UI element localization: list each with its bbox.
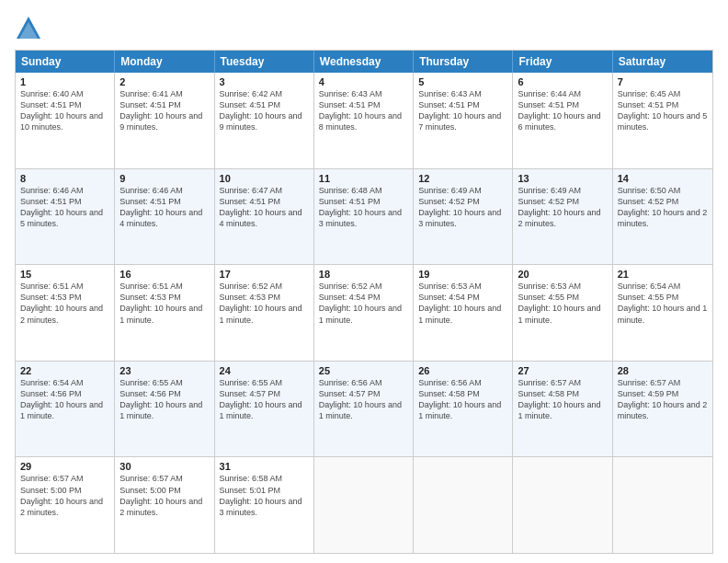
cell-info: Sunrise: 6:52 AMSunset: 4:54 PMDaylight:…	[319, 281, 408, 326]
empty-cell	[414, 457, 513, 553]
day-cell-6: 6Sunrise: 6:44 AMSunset: 4:51 PMDaylight…	[513, 73, 612, 168]
cell-info: Sunrise: 6:54 AMSunset: 4:55 PMDaylight:…	[618, 281, 708, 326]
day-cell-30: 30Sunrise: 6:57 AMSunset: 5:00 PMDayligh…	[115, 457, 214, 553]
day-cell-21: 21Sunrise: 6:54 AMSunset: 4:55 PMDayligh…	[613, 265, 712, 361]
header	[15, 15, 713, 42]
cell-info: Sunrise: 6:58 AMSunset: 5:01 PMDaylight:…	[220, 473, 309, 518]
day-cell-27: 27Sunrise: 6:57 AMSunset: 4:58 PMDayligh…	[513, 362, 612, 457]
cell-info: Sunrise: 6:57 AMSunset: 5:00 PMDaylight:…	[119, 473, 209, 518]
day-cell-2: 2Sunrise: 6:41 AMSunset: 4:51 PMDaylight…	[115, 73, 214, 168]
cell-info: Sunrise: 6:43 AMSunset: 4:51 PMDaylight:…	[319, 88, 408, 133]
day-cell-4: 4Sunrise: 6:43 AMSunset: 4:51 PMDaylight…	[314, 73, 414, 168]
cell-info: Sunrise: 6:56 AMSunset: 4:58 PMDaylight:…	[418, 377, 507, 422]
cell-info: Sunrise: 6:57 AMSunset: 5:00 PMDaylight:…	[20, 473, 109, 518]
empty-cell	[613, 457, 712, 553]
day-number: 28	[618, 365, 708, 376]
day-cell-20: 20Sunrise: 6:53 AMSunset: 4:55 PMDayligh…	[513, 265, 612, 361]
cell-info: Sunrise: 6:54 AMSunset: 4:56 PMDaylight:…	[20, 377, 109, 422]
day-number: 6	[518, 76, 607, 87]
day-cell-8: 8Sunrise: 6:46 AMSunset: 4:51 PMDaylight…	[16, 169, 115, 265]
day-cell-28: 28Sunrise: 6:57 AMSunset: 4:59 PMDayligh…	[613, 362, 712, 457]
logo-icon	[15, 15, 42, 42]
cell-info: Sunrise: 6:48 AMSunset: 4:51 PMDaylight:…	[319, 185, 408, 230]
cell-info: Sunrise: 6:53 AMSunset: 4:54 PMDaylight:…	[418, 281, 507, 326]
calendar-row-5: 29Sunrise: 6:57 AMSunset: 5:00 PMDayligh…	[16, 456, 712, 553]
cell-info: Sunrise: 6:45 AMSunset: 4:51 PMDaylight:…	[618, 88, 708, 133]
calendar-row-3: 15Sunrise: 6:51 AMSunset: 4:53 PMDayligh…	[16, 264, 712, 361]
day-cell-24: 24Sunrise: 6:55 AMSunset: 4:57 PMDayligh…	[215, 362, 314, 457]
header-day-friday: Friday	[513, 51, 612, 73]
cell-info: Sunrise: 6:57 AMSunset: 4:58 PMDaylight:…	[518, 377, 607, 422]
day-number: 17	[220, 269, 309, 280]
day-number: 13	[518, 173, 607, 184]
day-cell-9: 9Sunrise: 6:46 AMSunset: 4:51 PMDaylight…	[115, 169, 214, 265]
day-cell-19: 19Sunrise: 6:53 AMSunset: 4:54 PMDayligh…	[414, 265, 513, 361]
header-day-saturday: Saturday	[613, 51, 712, 73]
day-cell-29: 29Sunrise: 6:57 AMSunset: 5:00 PMDayligh…	[16, 457, 115, 553]
day-cell-3: 3Sunrise: 6:42 AMSunset: 4:51 PMDaylight…	[215, 73, 314, 168]
day-number: 29	[20, 461, 109, 472]
calendar: SundayMondayTuesdayWednesdayThursdayFrid…	[15, 50, 713, 554]
day-cell-13: 13Sunrise: 6:49 AMSunset: 4:52 PMDayligh…	[513, 169, 612, 265]
day-cell-23: 23Sunrise: 6:55 AMSunset: 4:56 PMDayligh…	[115, 362, 214, 457]
cell-info: Sunrise: 6:43 AMSunset: 4:51 PMDaylight:…	[418, 88, 507, 133]
day-cell-17: 17Sunrise: 6:52 AMSunset: 4:53 PMDayligh…	[215, 265, 314, 361]
day-cell-26: 26Sunrise: 6:56 AMSunset: 4:58 PMDayligh…	[414, 362, 513, 457]
day-cell-1: 1Sunrise: 6:40 AMSunset: 4:51 PMDaylight…	[16, 73, 115, 168]
cell-info: Sunrise: 6:46 AMSunset: 4:51 PMDaylight:…	[119, 185, 209, 230]
day-number: 10	[220, 173, 309, 184]
day-cell-15: 15Sunrise: 6:51 AMSunset: 4:53 PMDayligh…	[16, 265, 115, 361]
day-number: 18	[319, 269, 408, 280]
cell-info: Sunrise: 6:41 AMSunset: 4:51 PMDaylight:…	[119, 88, 209, 133]
day-cell-7: 7Sunrise: 6:45 AMSunset: 4:51 PMDaylight…	[613, 73, 712, 168]
cell-info: Sunrise: 6:44 AMSunset: 4:51 PMDaylight:…	[518, 88, 607, 133]
cell-info: Sunrise: 6:46 AMSunset: 4:51 PMDaylight:…	[20, 185, 109, 230]
day-cell-14: 14Sunrise: 6:50 AMSunset: 4:52 PMDayligh…	[613, 169, 712, 265]
day-cell-11: 11Sunrise: 6:48 AMSunset: 4:51 PMDayligh…	[314, 169, 414, 265]
calendar-row-4: 22Sunrise: 6:54 AMSunset: 4:56 PMDayligh…	[16, 361, 712, 457]
day-number: 21	[618, 269, 708, 280]
cell-info: Sunrise: 6:51 AMSunset: 4:53 PMDaylight:…	[119, 281, 209, 326]
cell-info: Sunrise: 6:53 AMSunset: 4:55 PMDaylight:…	[518, 281, 607, 326]
cell-info: Sunrise: 6:52 AMSunset: 4:53 PMDaylight:…	[220, 281, 309, 326]
logo	[15, 15, 46, 42]
day-number: 4	[319, 76, 408, 87]
empty-cell	[314, 457, 414, 553]
cell-info: Sunrise: 6:40 AMSunset: 4:51 PMDaylight:…	[20, 88, 109, 133]
day-number: 8	[20, 173, 109, 184]
day-cell-5: 5Sunrise: 6:43 AMSunset: 4:51 PMDaylight…	[414, 73, 513, 168]
day-cell-22: 22Sunrise: 6:54 AMSunset: 4:56 PMDayligh…	[16, 362, 115, 457]
day-cell-16: 16Sunrise: 6:51 AMSunset: 4:53 PMDayligh…	[115, 265, 214, 361]
calendar-body: 1Sunrise: 6:40 AMSunset: 4:51 PMDaylight…	[16, 73, 712, 553]
day-cell-31: 31Sunrise: 6:58 AMSunset: 5:01 PMDayligh…	[215, 457, 314, 553]
day-number: 24	[220, 365, 309, 376]
day-number: 23	[119, 365, 209, 376]
day-number: 31	[220, 461, 309, 472]
calendar-header: SundayMondayTuesdayWednesdayThursdayFrid…	[16, 51, 712, 73]
cell-info: Sunrise: 6:56 AMSunset: 4:57 PMDaylight:…	[319, 377, 408, 422]
empty-cell	[513, 457, 612, 553]
day-cell-12: 12Sunrise: 6:49 AMSunset: 4:52 PMDayligh…	[414, 169, 513, 265]
day-number: 11	[319, 173, 408, 184]
day-number: 5	[418, 76, 507, 87]
day-number: 30	[119, 461, 209, 472]
day-cell-10: 10Sunrise: 6:47 AMSunset: 4:51 PMDayligh…	[215, 169, 314, 265]
cell-info: Sunrise: 6:57 AMSunset: 4:59 PMDaylight:…	[618, 377, 708, 422]
cell-info: Sunrise: 6:55 AMSunset: 4:56 PMDaylight:…	[119, 377, 209, 422]
header-day-wednesday: Wednesday	[314, 51, 414, 73]
day-number: 7	[618, 76, 708, 87]
day-number: 14	[618, 173, 708, 184]
day-number: 26	[418, 365, 507, 376]
cell-info: Sunrise: 6:49 AMSunset: 4:52 PMDaylight:…	[518, 185, 607, 230]
day-number: 3	[220, 76, 309, 87]
page: SundayMondayTuesdayWednesdayThursdayFrid…	[0, 0, 728, 563]
day-number: 12	[418, 173, 507, 184]
day-number: 16	[119, 269, 209, 280]
day-number: 20	[518, 269, 607, 280]
cell-info: Sunrise: 6:42 AMSunset: 4:51 PMDaylight:…	[220, 88, 309, 133]
calendar-row-1: 1Sunrise: 6:40 AMSunset: 4:51 PMDaylight…	[16, 73, 712, 168]
day-cell-25: 25Sunrise: 6:56 AMSunset: 4:57 PMDayligh…	[314, 362, 414, 457]
day-number: 22	[20, 365, 109, 376]
day-number: 19	[418, 269, 507, 280]
cell-info: Sunrise: 6:55 AMSunset: 4:57 PMDaylight:…	[220, 377, 309, 422]
